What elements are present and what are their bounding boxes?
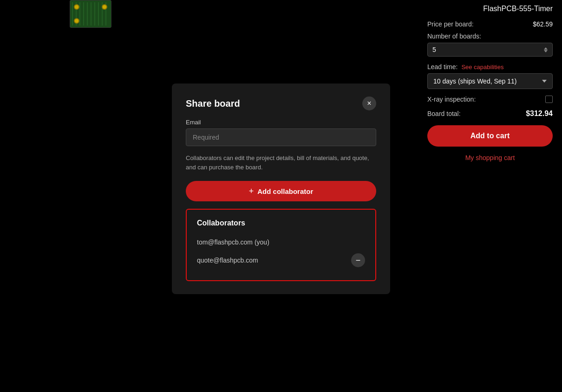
modal-header: Share board × (186, 96, 376, 110)
plus-icon: + (249, 187, 254, 195)
quantity-down-arrow[interactable] (544, 50, 548, 52)
price-per-board-row: Price per board: $62.59 (427, 20, 553, 28)
pcb-circle-bl (74, 18, 79, 24)
add-collaborator-button[interactable]: + Add collaborator (186, 181, 376, 201)
add-to-cart-button[interactable]: Add to cart (427, 125, 553, 147)
pcb-circle-tr (102, 4, 107, 10)
lead-time-row: Lead time: See capabilities (427, 63, 553, 71)
lead-time-value: 10 days (ships Wed, Sep 11) (433, 77, 517, 85)
price-per-board-value: $62.59 (533, 20, 553, 28)
page-wrapper: FlashPCB-555-Timer Price per board: $62.… (0, 0, 562, 392)
collaborator-info-text: Collaborators can edit the project detai… (186, 154, 376, 172)
xray-row: X-ray inspection: (427, 96, 553, 103)
board-total-row: Board total: $312.94 (427, 109, 553, 118)
add-collaborator-label: Add collaborator (257, 187, 313, 195)
xray-checkbox[interactable] (545, 96, 553, 103)
my-shopping-cart-link[interactable]: My shopping cart (427, 154, 553, 161)
chevron-down-icon (542, 80, 547, 83)
pcb-image (70, 0, 111, 28)
quantity-up-arrow[interactable] (544, 47, 548, 50)
collaborator-email-1: quote@flashpcb.com (197, 257, 258, 264)
email-input[interactable] (186, 129, 376, 146)
lead-time-select[interactable]: 10 days (ships Wed, Sep 11) (427, 73, 553, 89)
lead-time-label: Lead time: (427, 63, 457, 71)
quantity-input-row[interactable]: 5 (427, 43, 553, 57)
price-per-board-label: Price per board: (427, 20, 474, 28)
pcb-thumbnail (70, 0, 111, 28)
quantity-arrows[interactable] (544, 47, 548, 52)
right-panel: FlashPCB-555-Timer Price per board: $62.… (418, 0, 562, 166)
remove-collaborator-button-1[interactable]: − (351, 253, 365, 267)
share-board-modal: Share board × Email Collaborators can ed… (172, 84, 390, 294)
collaborators-section-title: Collaborators (197, 219, 365, 227)
collaborator-item-1: quote@flashpcb.com − (197, 250, 365, 271)
modal-close-button[interactable]: × (362, 96, 376, 110)
xray-label: X-ray inspection: (427, 96, 476, 103)
collaborators-section: Collaborators tom@flashpcb.com (you) quo… (186, 209, 376, 281)
board-total-value: $312.94 (526, 109, 553, 118)
pcb-circle-tl (74, 4, 79, 10)
board-name: FlashPCB-555-Timer (427, 5, 553, 13)
see-capabilities-link[interactable]: See capabilities (461, 64, 503, 71)
number-of-boards-label: Number of boards: (427, 32, 553, 40)
collaborator-email-0: tom@flashpcb.com (you) (197, 238, 269, 246)
email-label: Email (186, 119, 376, 126)
quantity-value: 5 (432, 46, 436, 53)
collaborator-item-0: tom@flashpcb.com (you) (197, 235, 365, 250)
board-total-label: Board total: (427, 110, 461, 117)
modal-title: Share board (186, 98, 240, 109)
